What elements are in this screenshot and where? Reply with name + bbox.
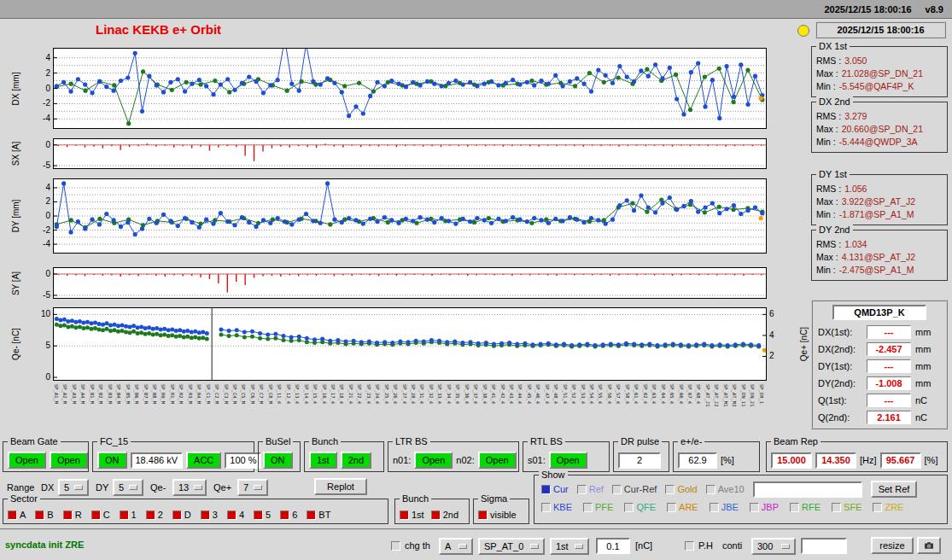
checkbox[interactable] <box>91 510 101 520</box>
checkbox[interactable] <box>706 485 715 494</box>
checkbox[interactable] <box>873 503 882 512</box>
check-item-c[interactable]: C <box>91 510 110 520</box>
checkbox[interactable] <box>201 510 210 520</box>
check-item-zre[interactable]: ZRE <box>873 502 903 512</box>
bunch-1st-button[interactable]: 1st <box>309 452 337 469</box>
ref-name-entry[interactable] <box>753 481 862 498</box>
check-item-visible[interactable]: visible <box>478 510 517 520</box>
checkbox[interactable] <box>431 510 441 520</box>
check-item-are[interactable]: ARE <box>667 502 698 512</box>
check-item-1st[interactable]: 1st <box>400 510 424 520</box>
option-indicator-icon <box>254 485 262 490</box>
check-item-b[interactable]: B <box>35 510 53 520</box>
fc15-acc-button[interactable]: ACC <box>186 452 221 469</box>
checkbox[interactable] <box>832 503 841 512</box>
monitor-row: Q(1st):---nC <box>818 392 941 409</box>
checkbox[interactable] <box>667 503 676 512</box>
set-ref-button[interactable]: Set Ref <box>871 481 918 498</box>
ltr-n02-open-button[interactable]: Open <box>478 452 517 469</box>
check-item-2nd[interactable]: 2nd <box>431 510 458 520</box>
check-item-jbp[interactable]: JBP <box>750 502 779 512</box>
epe-ratio-field[interactable]: 62.9 <box>678 452 717 469</box>
rtl-s01-open-button[interactable]: Open <box>549 452 587 469</box>
bpm-label: SP_32_4 <box>429 384 434 404</box>
sector-select[interactable]: A <box>439 538 473 555</box>
checkbox[interactable] <box>790 503 799 512</box>
check-item-kbe[interactable]: KBE <box>541 502 572 512</box>
check-item-pfe[interactable]: PFE <box>583 502 613 512</box>
beam-gate-open-2-button[interactable]: Open <box>50 452 88 469</box>
check-item-sfe[interactable]: SFE <box>832 502 861 512</box>
check-item-ref[interactable]: Ref <box>577 484 604 494</box>
check-item-jbe[interactable]: JBE <box>710 502 739 512</box>
dr-pulse-field[interactable]: 2 <box>618 452 661 469</box>
check-item-6[interactable]: 6 <box>280 510 297 520</box>
bpm-label: SP_35_4 <box>455 384 460 404</box>
bpm-select[interactable]: SP_AT_0 <box>478 538 545 555</box>
bunch-select[interactable]: 1st <box>550 538 589 555</box>
resize-button[interactable]: resize <box>871 537 914 554</box>
bpm-label: SP_14_4 <box>304 384 309 404</box>
checkbox[interactable] <box>172 510 182 520</box>
checkbox[interactable] <box>612 485 622 494</box>
check-item-3[interactable]: 3 <box>201 510 218 520</box>
check-item-bt[interactable]: BT <box>307 510 330 520</box>
checkbox[interactable] <box>120 510 129 520</box>
fc15-kv-field[interactable]: 18.486 kV <box>131 452 184 469</box>
checkbox[interactable] <box>8 510 17 520</box>
check-item-1[interactable]: 1 <box>120 510 137 520</box>
checkbox[interactable] <box>750 503 759 512</box>
check-item-cur[interactable]: Cur <box>541 484 569 494</box>
checkbox[interactable] <box>146 510 155 520</box>
checkbox[interactable] <box>665 485 675 494</box>
beam-gate-open-1-button[interactable]: Open <box>8 452 46 469</box>
stat-max: Max :21.028@SP_DN_21 <box>816 67 943 80</box>
check-item-ave10[interactable]: Ave10 <box>706 484 745 494</box>
checkbox[interactable] <box>307 510 316 520</box>
checkbox[interactable] <box>227 510 237 520</box>
replot-button[interactable]: Replot <box>314 478 367 495</box>
check-item-r[interactable]: R <box>63 510 82 520</box>
sector-group: Sector ABRC12D3456BT <box>3 499 388 524</box>
ph-checkbox[interactable] <box>685 541 694 551</box>
chg-th-checkbox[interactable] <box>391 541 400 551</box>
busel-on-button[interactable]: ON <box>263 452 293 469</box>
checkbox[interactable] <box>541 503 551 512</box>
check-item-qfe[interactable]: QFE <box>624 502 656 512</box>
checkbox[interactable] <box>63 510 73 520</box>
bunch-2nd-button[interactable]: 2nd <box>341 452 371 469</box>
range-dx-select[interactable]: 5 <box>58 479 89 496</box>
checkbox[interactable] <box>400 510 409 520</box>
range-qep-select[interactable]: 7 <box>237 479 268 496</box>
checkbox[interactable] <box>541 485 551 494</box>
checkbox[interactable] <box>280 510 289 520</box>
bpm-label: SP_58_4 <box>625 384 630 404</box>
checkbox[interactable] <box>577 485 587 494</box>
checkbox[interactable] <box>478 510 488 520</box>
checkbox[interactable] <box>254 510 263 520</box>
checkbox[interactable] <box>710 503 719 512</box>
fc15-on-button[interactable]: ON <box>97 452 127 469</box>
spare-entry[interactable] <box>801 538 847 554</box>
stat-value: 21.028@SP_DN_21 <box>842 67 923 80</box>
bpm-label: SP_25_4 <box>384 384 389 404</box>
ltr-n01-open-button[interactable]: Open <box>414 452 453 469</box>
range-qem-select[interactable]: 13 <box>172 479 207 496</box>
screenshot-button[interactable] <box>917 537 941 554</box>
check-item-5[interactable]: 5 <box>254 510 271 520</box>
check-item-d[interactable]: D <box>172 510 191 520</box>
fc15-percent-field[interactable]: 100 % <box>225 452 261 469</box>
range-dy-select[interactable]: 5 <box>113 479 143 496</box>
checkbox[interactable] <box>583 503 593 512</box>
group-label: FC_15 <box>97 436 131 446</box>
check-item-gold[interactable]: Gold <box>665 484 697 494</box>
check-item-a[interactable]: A <box>8 510 26 520</box>
check-item-rfe[interactable]: RFE <box>790 502 821 512</box>
checkbox[interactable] <box>35 510 44 520</box>
check-item-4[interactable]: 4 <box>227 510 244 520</box>
interval-select[interactable]: 300 <box>751 538 796 555</box>
checkbox[interactable] <box>624 503 634 512</box>
check-item-2[interactable]: 2 <box>146 510 163 520</box>
threshold-field[interactable]: 0.1 <box>596 538 630 554</box>
check-item-cur-ref[interactable]: Cur-Ref <box>612 484 657 494</box>
